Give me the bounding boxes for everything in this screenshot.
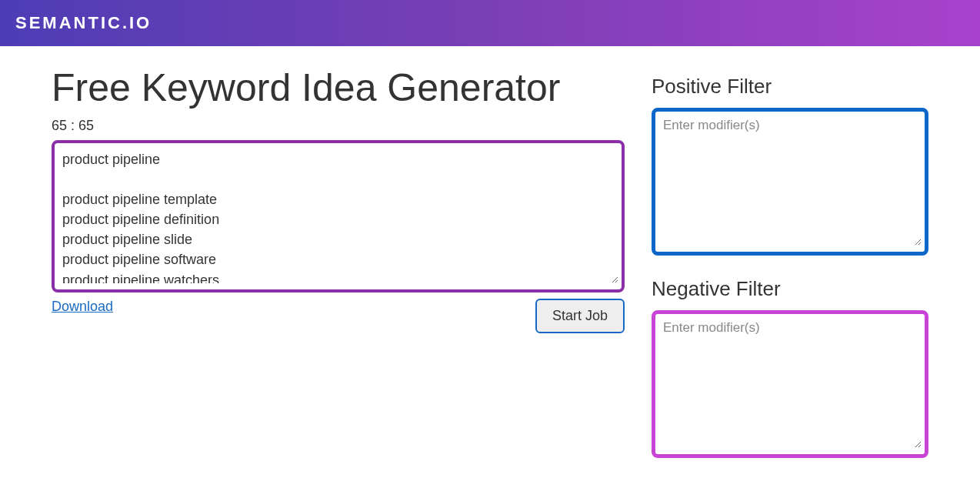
results-textarea[interactable] <box>58 146 618 283</box>
main-container: Free Keyword Idea Generator 65 : 65 Down… <box>36 46 944 488</box>
logo: SEMANTIC.IO <box>15 13 152 33</box>
positive-filter-textarea[interactable] <box>658 115 922 246</box>
negative-filter-title: Negative Filter <box>652 277 928 301</box>
download-link[interactable]: Download <box>52 299 113 315</box>
results-box <box>52 140 625 292</box>
sidebar: Positive Filter Negative Filter <box>652 65 928 480</box>
negative-filter-textarea[interactable] <box>658 317 922 448</box>
positive-filter-box <box>652 108 928 256</box>
actions-row: Download Start Job <box>52 299 625 333</box>
app-header: SEMANTIC.IO <box>0 0 980 46</box>
result-count: 65 : 65 <box>52 118 625 134</box>
main-column: Free Keyword Idea Generator 65 : 65 Down… <box>52 65 625 480</box>
page-title: Free Keyword Idea Generator <box>52 65 625 110</box>
start-job-button[interactable]: Start Job <box>535 299 625 333</box>
positive-filter-title: Positive Filter <box>652 75 928 99</box>
negative-filter-box <box>652 310 928 458</box>
